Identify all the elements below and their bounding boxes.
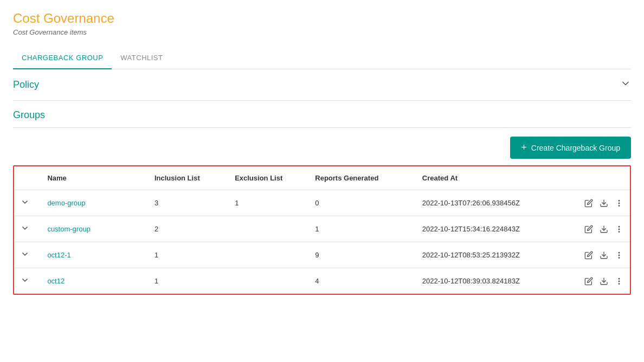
page-container: Cost Governance Cost Governance items CH… <box>0 0 644 362</box>
svg-point-6 <box>619 229 619 229</box>
row-actions-2 <box>563 242 630 268</box>
row-expand-1[interactable] <box>14 216 41 242</box>
tab-watchlist[interactable]: WATCHLIST <box>112 47 171 69</box>
row-exclusion-0: 1 <box>228 190 308 216</box>
groups-title: Groups <box>13 109 45 120</box>
svg-point-14 <box>619 281 619 281</box>
row-name-link-2[interactable]: oct12-1 <box>47 251 70 259</box>
more-icon-1[interactable] <box>615 225 623 234</box>
row-reports-0: 0 <box>308 190 416 216</box>
svg-point-9 <box>619 252 619 253</box>
col-expand-header <box>14 166 41 190</box>
row-actions-3 <box>563 268 630 294</box>
col-reports-header: Reports Generated <box>308 166 416 190</box>
row-name-link-0[interactable]: demo-group <box>47 199 85 207</box>
row-exclusion-3 <box>228 268 308 294</box>
row-created-2: 2022-10-12T08:53:25.213932Z <box>416 242 563 268</box>
policy-section[interactable]: Policy <box>13 69 631 101</box>
row-actions-0 <box>563 190 630 216</box>
row-exclusion-1 <box>228 216 308 242</box>
more-icon-2[interactable] <box>615 251 623 260</box>
row-reports-2: 9 <box>308 242 416 268</box>
svg-point-13 <box>619 278 619 279</box>
row-inclusion-2: 1 <box>148 242 228 268</box>
col-exclusion-header: Exclusion List <box>228 166 308 190</box>
svg-point-11 <box>619 257 619 258</box>
svg-point-15 <box>619 283 619 284</box>
table-header-row: Name Inclusion List Exclusion List Repor… <box>14 166 630 190</box>
groups-header-row: Groups <box>13 101 631 128</box>
row-name-link-3[interactable]: oct12 <box>47 277 65 285</box>
row-name-link-1[interactable]: custom-group <box>47 225 90 233</box>
table-row: oct12 1 4 2022-10-12T08:39:03.824183Z <box>14 268 630 294</box>
svg-point-5 <box>619 226 619 227</box>
create-button-row: + Create Chargeback Group <box>13 128 631 165</box>
policy-chevron-icon <box>620 78 631 92</box>
row-name-1[interactable]: custom-group <box>41 216 148 242</box>
row-name-0[interactable]: demo-group <box>41 190 148 216</box>
download-icon-2[interactable] <box>600 251 608 260</box>
tabs-container: CHARGEBACK GROUP WATCHLIST <box>13 47 631 69</box>
col-inclusion-header: Inclusion List <box>148 166 228 190</box>
groups-table: Name Inclusion List Exclusion List Repor… <box>14 166 630 294</box>
create-chargeback-group-button[interactable]: + Create Chargeback Group <box>510 137 631 159</box>
svg-point-1 <box>619 200 619 201</box>
row-reports-3: 4 <box>308 268 416 294</box>
more-icon-0[interactable] <box>615 199 623 208</box>
actions-cell-3 <box>570 277 624 286</box>
download-icon-0[interactable] <box>600 199 608 208</box>
actions-cell-1 <box>570 225 624 234</box>
download-icon-3[interactable] <box>600 277 608 286</box>
plus-icon: + <box>521 142 527 153</box>
row-name-2[interactable]: oct12-1 <box>41 242 148 268</box>
edit-icon-1[interactable] <box>584 225 593 234</box>
col-actions-header <box>563 166 630 190</box>
download-icon-1[interactable] <box>600 225 608 234</box>
row-created-0: 2022-10-13T07:26:06.938456Z <box>416 190 563 216</box>
groups-section: Groups + Create Chargeback Group Name In… <box>13 101 631 295</box>
more-icon-3[interactable] <box>615 277 623 286</box>
row-expand-2[interactable] <box>14 242 41 268</box>
row-created-3: 2022-10-12T08:39:03.824183Z <box>416 268 563 294</box>
row-name-3[interactable]: oct12 <box>41 268 148 294</box>
tab-chargeback-group[interactable]: CHARGEBACK GROUP <box>13 47 112 69</box>
table-row: demo-group 3 1 0 2022-10-13T07:26:06.938… <box>14 190 630 216</box>
row-inclusion-0: 3 <box>148 190 228 216</box>
table-row: oct12-1 1 9 2022-10-12T08:53:25.213932Z <box>14 242 630 268</box>
svg-point-2 <box>619 203 619 203</box>
edit-icon-3[interactable] <box>584 277 593 286</box>
edit-icon-2[interactable] <box>584 251 593 260</box>
row-inclusion-1: 2 <box>148 216 228 242</box>
row-created-1: 2022-10-12T15:34:16.224843Z <box>416 216 563 242</box>
row-exclusion-2 <box>228 242 308 268</box>
row-expand-3[interactable] <box>14 268 41 294</box>
col-created-header: Created At <box>416 166 563 190</box>
page-subtitle: Cost Governance items <box>13 28 631 36</box>
policy-label: Policy <box>13 79 39 90</box>
create-button-label: Create Chargeback Group <box>531 144 620 152</box>
edit-icon-0[interactable] <box>584 199 593 208</box>
svg-point-7 <box>619 231 619 232</box>
row-inclusion-3: 1 <box>148 268 228 294</box>
table-row: custom-group 2 1 2022-10-12T15:34:16.224… <box>14 216 630 242</box>
page-title: Cost Governance <box>13 11 631 26</box>
actions-cell-2 <box>570 251 624 260</box>
svg-point-10 <box>619 255 619 255</box>
row-expand-0[interactable] <box>14 190 41 216</box>
col-name-header: Name <box>41 166 148 190</box>
row-reports-1: 1 <box>308 216 416 242</box>
row-actions-1 <box>563 216 630 242</box>
svg-point-3 <box>619 205 619 206</box>
groups-table-wrapper: Name Inclusion List Exclusion List Repor… <box>13 165 631 295</box>
actions-cell-0 <box>570 199 624 208</box>
